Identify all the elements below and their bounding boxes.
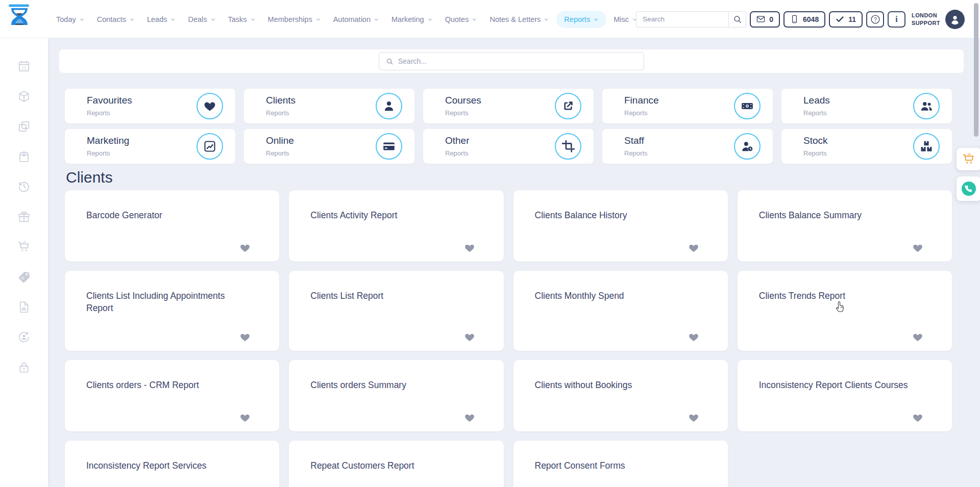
info-button[interactable]: i [888,11,905,28]
favourite-heart-icon[interactable] [912,331,923,343]
reports-search-input[interactable] [398,57,637,65]
banknote-icon [741,99,754,113]
nav-item-automation[interactable]: Automation [328,11,384,28]
nav-item-reports[interactable]: Reports [556,11,606,28]
avatar[interactable] [945,10,965,29]
category-card-stock[interactable]: StockReports [781,129,952,164]
report-card-clients-monthly-spend[interactable]: Clients Monthly Spend [513,271,728,351]
app-logo-hourglass-icon[interactable] [7,4,32,34]
scrollbar-thumb[interactable] [974,3,978,137]
report-card-report-consent-forms[interactable]: Report Consent Forms [513,441,728,487]
header-search [636,11,746,28]
favourite-heart-icon[interactable] [912,412,923,423]
crop-icon [561,140,575,153]
nav-item-deals[interactable]: Deals [183,11,220,28]
favourite-heart-icon[interactable] [239,242,251,253]
report-title: Clients Balance History [535,210,694,222]
copy-icon [17,120,31,133]
report-card-spacer [310,472,488,487]
category-card-online[interactable]: OnlineReports [244,129,414,164]
category-icon-circle [734,133,761,160]
report-title: Clients Activity Report [310,210,470,222]
reports-page: TodayContactsLeadsDealsTasksMembershipsA… [0,0,980,487]
report-card-inconsistency-report-clients-courses[interactable]: Inconsistency Report Clients Courses [738,360,952,431]
favourite-heart-icon[interactable] [688,242,699,253]
external-link-icon [561,99,575,113]
report-card-inconsistency-report-services[interactable]: Inconsistency Report Services [65,441,279,487]
favourite-heart-icon[interactable] [912,242,923,253]
sidebar-item-user-sync[interactable] [17,330,31,344]
sidebar-item-lock[interactable] [17,361,31,374]
report-card-clients-trends-report[interactable]: Clients Trends Report [738,271,952,351]
sidebar-item-package[interactable] [17,90,31,103]
chevron-down-icon [315,17,321,22]
report-card-spacer [535,222,713,242]
sidebar-item-copy[interactable] [17,120,31,133]
category-card-marketing[interactable]: MarketingReports [65,129,235,164]
chevron-down-icon [593,17,599,22]
category-card-staff[interactable]: StaffReports [602,129,773,164]
nav-item-notes-letters[interactable]: Notes & Letters [484,11,554,28]
favourite-heart-icon[interactable] [464,242,475,253]
sidebar-item-price-tag[interactable]: $ [17,270,31,284]
badge-mobile[interactable]: 6048 [783,11,825,28]
report-card-clients-orders-crm-report[interactable]: Clients orders - CRM Report [65,360,279,431]
history-icon [17,180,31,193]
favourite-heart-icon[interactable] [464,331,475,343]
floating-cart-button[interactable] [957,148,980,170]
favourite-heart-icon[interactable] [688,412,699,423]
report-card-spacer [759,302,937,332]
sidebar-item-basket-in[interactable] [17,150,31,163]
report-card-clients-list-including-appointments-report[interactable]: Clients List Including Appointments Repo… [65,271,279,351]
nav-item-marketing[interactable]: Marketing [386,11,438,28]
category-card-finance[interactable]: FinanceReports [602,89,773,123]
header-search-button[interactable] [728,11,746,28]
report-grid: Barcode GeneratorClients Activity Report… [65,190,952,487]
nav-item-label: Today [56,15,76,23]
report-card-clients-without-bookings[interactable]: Clients without Bookings [513,360,728,431]
help-button[interactable]: ? [866,11,884,28]
nav-item-label: Automation [333,15,371,23]
category-card-clients[interactable]: ClientsReports [244,89,414,123]
search-icon [733,15,742,24]
report-card-barcode-generator[interactable]: Barcode Generator [65,190,279,262]
report-card-clients-balance-history[interactable]: Clients Balance History [513,190,728,262]
lock-icon [17,361,31,374]
favourite-heart-icon[interactable] [464,412,475,423]
nav-item-memberships[interactable]: Memberships [263,11,326,28]
sidebar-item-calendar[interactable]: 12 [17,60,31,73]
nav-item-tasks[interactable]: Tasks [223,11,261,28]
category-card-leads[interactable]: LeadsReports [781,89,952,123]
nav-item-contacts[interactable]: Contacts [92,11,140,28]
badge-check[interactable]: 11 [829,11,863,28]
sidebar-item-cart[interactable] [17,240,31,253]
report-card-clients-balance-summary[interactable]: Clients Balance Summary [738,190,952,262]
report-card-clients-orders-summary[interactable]: Clients orders Summary [289,360,503,431]
sidebar-item-history[interactable] [17,180,31,193]
banknote-icon [741,99,754,113]
favourite-heart-icon[interactable] [239,412,251,423]
report-title: Clients without Bookings [535,379,694,392]
favourite-heart-icon[interactable] [688,331,699,343]
report-card-clients-activity-report[interactable]: Clients Activity Report [289,190,503,262]
chevron-down-icon [250,17,256,22]
category-icon-circle [376,133,402,160]
report-title: Repeat Customers Report [310,460,470,472]
category-card-other[interactable]: OtherReports [423,129,594,164]
sidebar-item-report-file[interactable] [17,300,31,314]
category-card-courses[interactable]: CoursesReports [423,89,594,123]
floating-phone-button[interactable] [957,176,980,201]
nav-item-quotes[interactable]: Quotes [440,11,483,28]
category-icon-circle [555,133,581,160]
badge-mail[interactable]: 0 [750,11,780,28]
category-card-favourites[interactable]: FavouritesReports [65,89,235,123]
header-search-input[interactable] [636,11,728,28]
nav-item-today[interactable]: Today [51,11,90,28]
report-card-repeat-customers-report[interactable]: Repeat Customers Report [289,441,503,487]
main-content: FavouritesReportsClientsReportsCoursesRe… [48,38,980,487]
report-card-clients-list-report[interactable]: Clients List Report [289,271,503,351]
sidebar-item-gift[interactable] [17,210,31,223]
mail-icon [756,15,765,23]
favourite-heart-icon[interactable] [239,331,251,343]
nav-item-leads[interactable]: Leads [142,11,181,28]
